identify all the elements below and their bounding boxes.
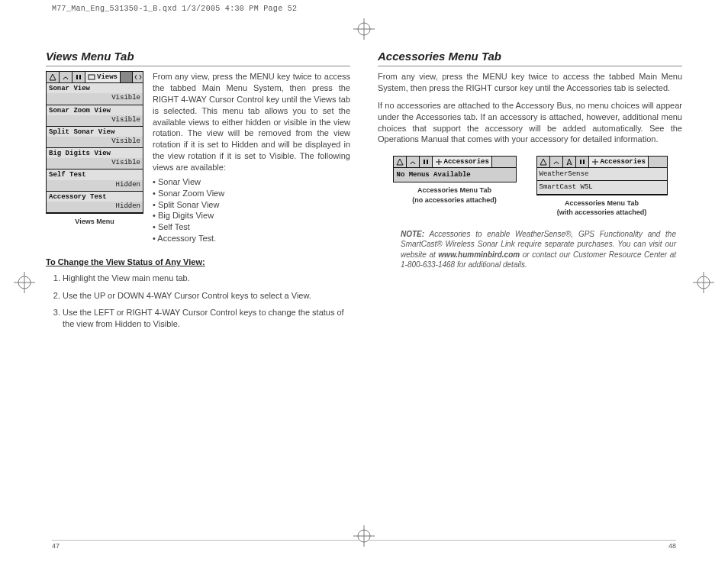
acc-figure-empty: Accessories No Menus Available Accessori… [393,156,517,217]
views-heading: Views Menu Tab [46,49,350,66]
views-list-item: Sonar View [153,176,350,188]
svg-rect-20 [580,160,581,164]
tab-setup-icon [576,157,589,167]
svg-rect-15 [424,160,425,164]
views-list-item: Split Sonar View [153,199,350,211]
views-row: Big Digits ViewVisible [47,148,143,170]
tab-alarm-icon [537,157,550,167]
crop-mark-left [14,272,35,293]
tab-setup-icon [420,157,433,167]
views-menu-figure: Views Sonar ViewVisible Sonar Zoom ViewV… [46,71,143,244]
acc-para-1: From any view, press the MENU key twice … [378,71,682,94]
acc-para-2: If no accessories are attached to the Ac… [378,100,682,145]
svg-rect-14 [89,75,95,79]
print-slug: M77_Man_Eng_531350-1_B.qxd 1/3/2005 4:30… [52,5,297,13]
left-page: Views Menu Tab Views Sonar ViewVisible S… [46,49,350,527]
views-row: Accessory TestHidden [47,192,143,213]
views-list-item: Accessory Test. [153,233,350,244]
acc-fig2-caption: Accessories Menu Tab (with accessories a… [557,199,647,217]
acc-no-menus-msg: No Menus Available [394,168,516,182]
tab-alarm-icon [47,72,60,82]
views-row: Sonar ViewVisible [47,83,143,105]
tab-nav-icon [563,157,576,167]
note-label: NOTE: [401,230,424,238]
views-row: Split Sonar ViewVisible [47,127,143,148]
acc-fig1-caption: Accessories Menu Tab (no accessories att… [412,186,497,204]
tab-accessories-active: Accessories [589,157,649,167]
accessories-heading: Accessories Menu Tab [378,49,682,66]
tab-nav-arrows-icon [132,72,143,82]
tab-sonar-icon [60,72,72,82]
step-item: Use the LEFT or RIGHT 4-WAY Cursor Contr… [63,307,350,330]
views-row: Sonar Zoom ViewVisible [47,105,143,127]
svg-rect-12 [76,75,78,79]
tab-filler [121,72,132,82]
views-list: Sonar View Sonar Zoom View Split Sonar V… [153,176,350,244]
page-number-right: 48 [369,540,676,550]
views-fig-caption: Views Menu [46,217,143,226]
crop-mark-top [353,18,375,40]
svg-rect-13 [79,75,81,79]
svg-rect-16 [427,160,428,164]
views-list-item: Sonar Zoom View [153,188,350,199]
tab-views-active: Views [85,72,121,82]
acc-note: NOTE: Accessories to enable WeatherSense… [378,229,682,270]
views-intro-para: From any view, press the MENU key twice … [153,71,350,173]
acc-row: SmartCast WSL [537,181,667,194]
svg-rect-21 [583,160,585,164]
acc-row: WeatherSense [537,168,667,181]
acc-figure-attached: Accessories WeatherSense SmartCast WSL A… [536,156,668,217]
tab-accessories-active: Accessories [433,157,492,167]
tab-sonar-icon [407,157,420,167]
change-status-steps: Highlight the View main menu tab. Use th… [46,273,350,336]
step-item: Highlight the View main menu tab. [63,273,350,284]
tab-sonar-icon [550,157,563,167]
page-number-left: 47 [52,540,359,550]
views-row: Self TestHidden [47,170,143,191]
change-status-heading: To Change the View Status of Any View: [46,257,350,268]
svg-marker-19 [567,159,572,165]
tab-alarm-icon [394,157,407,167]
note-website: www.humminbird.com [438,250,520,259]
views-list-item: Big Digits View [153,210,350,221]
step-item: Use the UP or DOWN 4-WAY Cursor Control … [63,290,350,302]
tab-setup-icon [72,72,85,82]
views-list-item: Self Test [153,221,350,233]
right-page: Accessories Menu Tab From any view, pres… [378,49,682,527]
crop-mark-right [693,272,714,293]
